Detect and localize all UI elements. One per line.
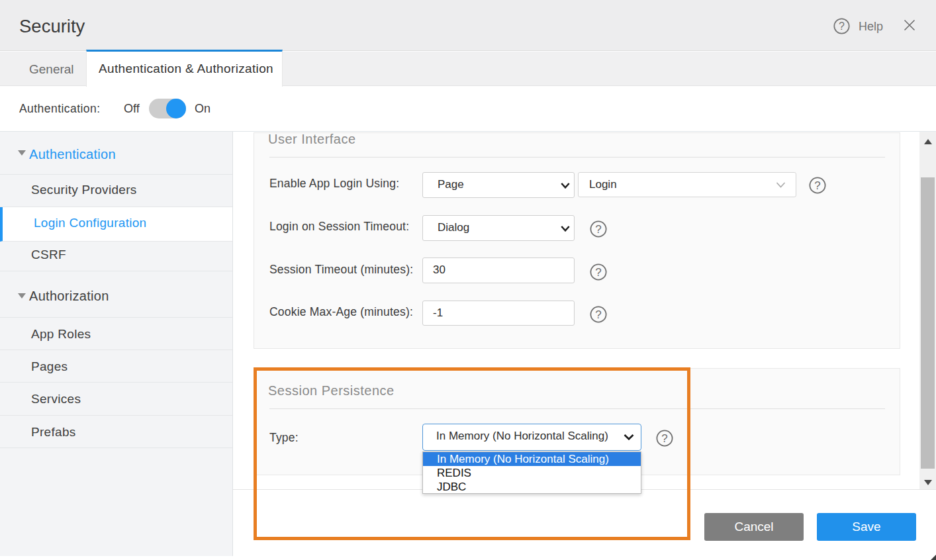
svg-text:?: ? xyxy=(595,308,601,321)
svg-text:?: ? xyxy=(814,179,820,192)
svg-text:?: ? xyxy=(839,21,845,32)
svg-text:?: ? xyxy=(595,223,601,236)
svg-text:?: ? xyxy=(595,266,601,279)
